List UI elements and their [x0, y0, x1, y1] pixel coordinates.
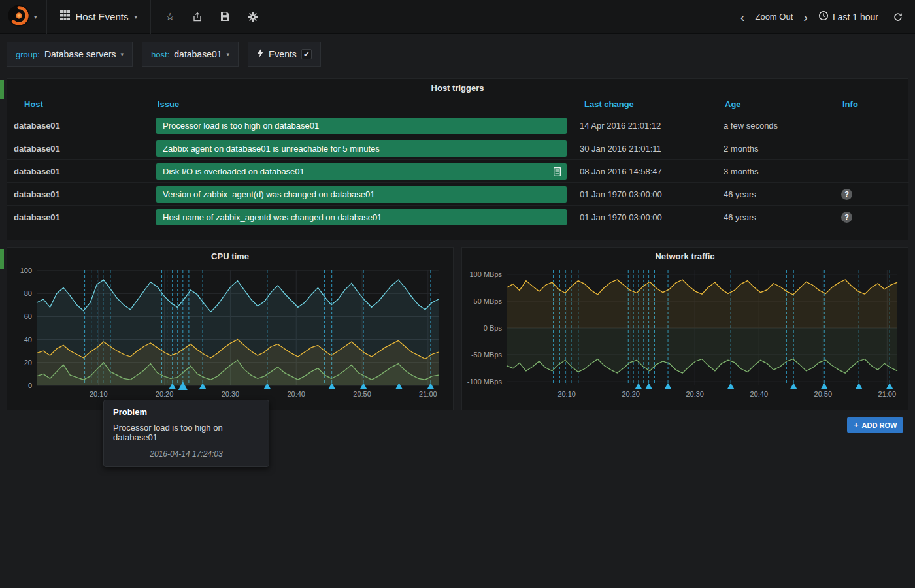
network-traffic-chart[interactable]: 100 MBps50 MBps0 Bps-50 MBps-100 MBps20:… — [462, 264, 908, 409]
annotations-label: Events — [269, 49, 297, 59]
host-cell: database01 — [7, 183, 150, 206]
add-row-button[interactable]: + ADD ROW — [847, 417, 903, 433]
cpu-time-chart[interactable]: 02040608010020:1020:2020:3020:4020:5021:… — [7, 264, 453, 409]
refresh-icon[interactable] — [893, 12, 903, 22]
issue-cell: Disk I/O is overloaded on database01 — [150, 160, 573, 183]
star-icon[interactable]: ☆ — [165, 10, 175, 23]
time-back-icon[interactable]: ‹ — [738, 10, 748, 24]
series-fill — [507, 328, 897, 373]
host-cell: database01 — [7, 137, 150, 160]
issue-cell: Zabbix agent on database01 is unreachabl… — [150, 137, 573, 160]
info-cell — [835, 160, 909, 183]
table-header-row: Host Issue Last change Age Info — [7, 95, 909, 114]
grafana-menu[interactable]: ▾ — [0, 0, 46, 34]
table-row: database01Version of zabbix_agent(d) was… — [7, 183, 909, 206]
column-header-info[interactable]: Info — [835, 95, 909, 114]
gear-icon[interactable] — [248, 12, 258, 22]
x-axis-tick-label: 20:50 — [353, 390, 371, 398]
host-caret-icon: ▾ — [227, 51, 230, 57]
plus-icon: + — [854, 420, 859, 430]
last-change-cell: 14 Apr 2016 21:01:12 — [573, 114, 717, 137]
last-change-cell: 08 Jan 2016 14:58:47 — [573, 160, 717, 183]
y-axis-tick-label: 0 — [28, 382, 32, 389]
question-circle-icon[interactable]: ? — [841, 189, 852, 200]
add-row-label: ADD ROW — [862, 421, 897, 429]
group-caret-icon: ▾ — [121, 51, 124, 57]
issue-severity-badge[interactable]: Zabbix agent on database01 is unreachabl… — [156, 140, 567, 157]
row-tab-triggers[interactable] — [0, 80, 4, 99]
annotation-marker[interactable] — [821, 383, 827, 389]
column-header-issue[interactable]: Issue — [150, 95, 573, 114]
info-cell: ? — [835, 183, 909, 206]
share-icon[interactable] — [192, 12, 203, 22]
variable-group-dropdown[interactable]: group: Database servers ▾ — [7, 42, 133, 67]
issue-cell: Host name of zabbix_agentd was changed o… — [150, 206, 573, 229]
annotation-marker[interactable] — [727, 383, 734, 389]
grafana-logo-icon[interactable] — [8, 5, 30, 29]
series-fill — [507, 280, 897, 328]
column-header-last-change[interactable]: Last change — [573, 95, 717, 114]
triggers-table: Host Issue Last change Age Info database… — [7, 95, 909, 229]
annotations-toggle[interactable]: Events ✔ — [248, 42, 321, 67]
dashboard-title: Host Events — [76, 11, 129, 22]
host-triggers-panel-title[interactable]: Host triggers — [7, 79, 908, 95]
time-forward-icon[interactable]: › — [801, 10, 810, 24]
network-traffic-panel: Network traffic 100 MBps50 MBps0 Bps-50 … — [461, 247, 908, 410]
age-cell: 3 months — [717, 160, 835, 183]
issue-severity-badge[interactable]: Version of zabbix_agent(d) was changed o… — [156, 186, 567, 203]
host-cell: database01 — [7, 206, 150, 229]
cpu-time-panel-title[interactable]: CPU time — [7, 248, 453, 264]
annotations-checkbox[interactable]: ✔ — [301, 49, 312, 59]
network-traffic-panel-title[interactable]: Network traffic — [462, 248, 908, 264]
save-icon[interactable] — [220, 12, 230, 22]
y-axis-tick-label: 40 — [24, 336, 32, 344]
variable-host-dropdown[interactable]: host: database01 ▾ — [142, 42, 239, 67]
column-header-host[interactable]: Host — [7, 95, 150, 114]
annotation-tooltip-title: Problem — [113, 407, 259, 417]
annotation-marker[interactable] — [856, 383, 862, 389]
variable-host-label: host: — [151, 50, 169, 59]
time-range-picker[interactable]: Last 1 hour — [818, 10, 878, 23]
y-axis-tick-label: 50 MBps — [474, 297, 503, 305]
table-row: database01Processor load is too high on … — [7, 114, 909, 137]
y-axis-tick-label: -100 MBps — [467, 378, 503, 385]
issue-severity-badge[interactable]: Disk I/O is overloaded on database01 — [156, 163, 567, 180]
column-header-age[interactable]: Age — [717, 95, 835, 114]
grafana-dashboard: ▾ Host Events ▾ ☆ — [0, 0, 915, 588]
annotation-marker[interactable] — [790, 383, 797, 389]
annotation-tooltip-time: 2016-04-14 17:24:03 — [113, 449, 259, 459]
issue-cell: Version of zabbix_agent(d) was changed o… — [150, 183, 573, 206]
age-cell: a few seconds — [717, 114, 835, 137]
x-axis-tick-label: 20:40 — [750, 390, 768, 398]
variable-group-label: group: — [16, 50, 40, 59]
dashboard-title-dropdown[interactable]: Host Events ▾ — [46, 0, 151, 34]
issue-severity-badge[interactable]: Host name of zabbix_agentd was changed o… — [156, 209, 567, 225]
age-cell: 2 months — [717, 137, 835, 160]
zoom-out-button[interactable]: Zoom Out — [755, 12, 793, 22]
bolt-icon — [257, 48, 264, 61]
y-axis-tick-label: 0 Bps — [484, 324, 503, 332]
age-cell: 46 years — [717, 206, 835, 229]
y-axis-tick-label: -50 MBps — [471, 351, 503, 359]
question-circle-icon[interactable]: ? — [841, 212, 852, 223]
title-caret-icon: ▾ — [134, 14, 137, 20]
last-change-cell: 01 Jan 1970 03:00:00 — [573, 206, 717, 229]
issue-severity-badge[interactable]: Processor load is too high on database01 — [156, 118, 567, 134]
table-row: database01Zabbix agent on database01 is … — [7, 137, 909, 160]
host-cell: database01 — [7, 114, 150, 137]
annotation-marker[interactable] — [635, 383, 642, 389]
host-cell: database01 — [7, 160, 150, 183]
table-row: database01Host name of zabbix_agentd was… — [7, 206, 909, 229]
info-cell: ? — [835, 206, 909, 229]
x-axis-tick-label: 20:50 — [814, 390, 833, 398]
issue-cell: Processor load is too high on database01 — [150, 114, 573, 137]
annotation-marker[interactable] — [646, 383, 652, 389]
annotation-marker[interactable] — [665, 383, 671, 389]
last-change-cell: 30 Jan 2016 21:01:11 — [573, 137, 717, 160]
cpu-time-panel: CPU time 02040608010020:1020:2020:3020:4… — [7, 247, 454, 410]
annotation-tooltip-text: Processor load is too high on database01 — [113, 423, 259, 442]
triggers-table-body: database01Processor load is too high on … — [7, 114, 909, 229]
document-icon[interactable] — [554, 167, 561, 176]
row-tab-charts[interactable] — [0, 249, 4, 269]
dashboard-grid-icon — [60, 10, 70, 23]
